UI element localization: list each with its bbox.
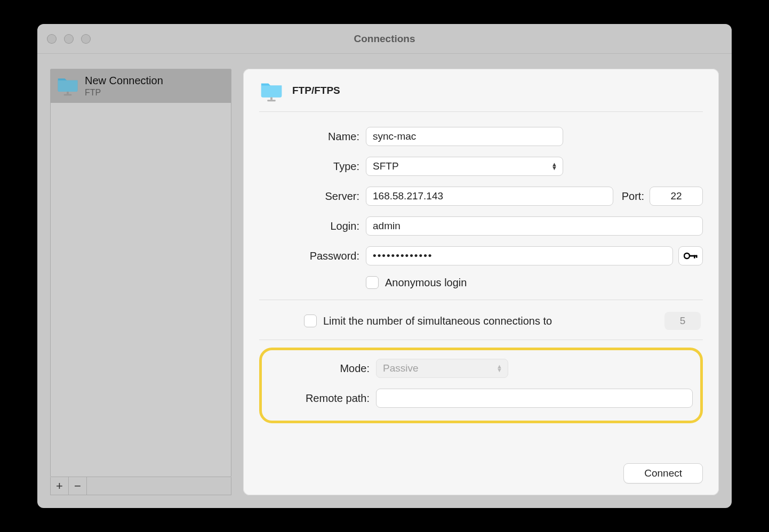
list-item-subtitle: FTP bbox=[85, 88, 163, 98]
type-select[interactable]: SFTP ▲▼ bbox=[366, 157, 563, 176]
chevron-up-down-icon: ▲▼ bbox=[496, 365, 502, 372]
list-item[interactable]: New Connection FTP bbox=[51, 69, 231, 103]
anonymous-label: Anonymous login bbox=[385, 277, 467, 289]
anonymous-checkbox-wrap[interactable]: Anonymous login bbox=[366, 276, 467, 289]
window-title: Connections bbox=[37, 33, 732, 45]
key-icon bbox=[684, 252, 698, 260]
svg-rect-1 bbox=[64, 94, 72, 96]
form-main: Name: Type: SFTP ▲▼ Server: Port: bbox=[259, 112, 703, 300]
list-item-title: New Connection bbox=[85, 75, 163, 87]
mode-value: Passive bbox=[383, 362, 419, 374]
remote-path-input[interactable] bbox=[376, 389, 693, 408]
titlebar: Connections bbox=[37, 24, 732, 54]
anonymous-checkbox[interactable] bbox=[366, 276, 379, 289]
svg-rect-3 bbox=[267, 100, 275, 101]
svg-rect-2 bbox=[270, 97, 273, 100]
server-input[interactable] bbox=[366, 187, 613, 206]
connect-button[interactable]: Connect bbox=[623, 463, 703, 483]
connections-list[interactable]: New Connection FTP bbox=[50, 69, 231, 477]
port-label: Port: bbox=[622, 190, 644, 203]
name-label: Name: bbox=[259, 131, 366, 143]
limit-input: 5 bbox=[664, 312, 701, 330]
password-label: Password: bbox=[259, 250, 366, 262]
limit-label: Limit the number of simultaneous connect… bbox=[323, 315, 552, 327]
highlighted-section: Mode: Passive ▲▼ Remote path: bbox=[259, 348, 703, 423]
type-label: Type: bbox=[259, 160, 366, 173]
details-panel: FTP/FTPS Name: Type: SFTP ▲▼ Server: bbox=[243, 69, 719, 495]
content-area: New Connection FTP + − FTP/FTPS bbox=[37, 54, 732, 508]
mode-label: Mode: bbox=[269, 362, 376, 375]
network-folder-icon bbox=[259, 78, 284, 103]
login-input[interactable] bbox=[366, 216, 703, 236]
add-connection-button[interactable]: + bbox=[51, 477, 69, 495]
panel-header: FTP/FTPS bbox=[259, 78, 703, 112]
login-label: Login: bbox=[259, 220, 366, 232]
mode-select: Passive ▲▼ bbox=[376, 359, 508, 378]
limit-checkbox[interactable] bbox=[304, 315, 317, 327]
sidebar-toolbar: + − bbox=[50, 477, 231, 495]
name-input[interactable] bbox=[366, 127, 563, 146]
svg-rect-5 bbox=[689, 255, 697, 257]
svg-rect-0 bbox=[67, 92, 69, 94]
chevron-up-down-icon: ▲▼ bbox=[551, 163, 557, 170]
server-label: Server: bbox=[259, 190, 366, 203]
type-value: SFTP bbox=[373, 160, 399, 172]
remove-connection-button[interactable]: − bbox=[69, 477, 87, 495]
svg-point-4 bbox=[684, 253, 690, 259]
port-input[interactable] bbox=[650, 187, 703, 206]
svg-rect-7 bbox=[696, 255, 698, 258]
connections-window: Connections New Connection FTP bbox=[37, 24, 732, 508]
network-folder-icon bbox=[56, 74, 79, 97]
sidebar-column: New Connection FTP + − bbox=[50, 69, 231, 495]
remote-path-label: Remote path: bbox=[269, 392, 376, 405]
password-input[interactable] bbox=[366, 246, 673, 265]
panel-title: FTP/FTPS bbox=[292, 85, 340, 96]
svg-rect-6 bbox=[694, 255, 695, 259]
form-limit: Limit the number of simultaneous connect… bbox=[259, 300, 703, 340]
key-button[interactable] bbox=[678, 246, 703, 265]
panel-footer: Connect bbox=[259, 455, 703, 483]
